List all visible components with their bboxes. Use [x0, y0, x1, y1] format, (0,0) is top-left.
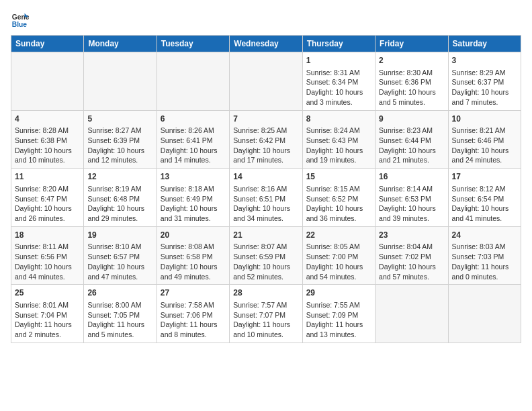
day-info: Sunrise: 7:55 AM Sunset: 7:09 PM Dayligh…	[306, 300, 371, 340]
calendar-cell: 19Sunrise: 8:10 AM Sunset: 6:57 PM Dayli…	[84, 226, 157, 285]
day-number: 15	[306, 171, 371, 183]
day-info: Sunrise: 8:30 AM Sunset: 6:36 PM Dayligh…	[379, 68, 444, 107]
day-number: 2	[379, 55, 444, 66]
day-info: Sunrise: 8:00 AM Sunset: 7:05 PM Dayligh…	[87, 300, 152, 340]
calendar-cell	[230, 52, 302, 111]
calendar-cell: 28Sunrise: 7:57 AM Sunset: 7:07 PM Dayli…	[230, 285, 302, 343]
day-of-week-header: Saturday	[448, 36, 521, 52]
day-number: 21	[233, 230, 298, 241]
calendar-cell: 13Sunrise: 8:18 AM Sunset: 6:49 PM Dayli…	[157, 169, 229, 227]
calendar-cell: 8Sunrise: 8:24 AM Sunset: 6:43 PM Daylig…	[302, 110, 375, 169]
day-number: 5	[87, 113, 152, 125]
day-info: Sunrise: 8:20 AM Sunset: 6:47 PM Dayligh…	[15, 184, 80, 224]
calendar-cell	[11, 52, 84, 111]
calendar-cell: 25Sunrise: 8:01 AM Sunset: 7:04 PM Dayli…	[11, 285, 84, 343]
day-number: 7	[233, 113, 298, 125]
day-info: Sunrise: 8:16 AM Sunset: 6:51 PM Dayligh…	[233, 184, 298, 224]
calendar-cell: 22Sunrise: 8:05 AM Sunset: 7:00 PM Dayli…	[302, 226, 375, 285]
calendar-cell	[157, 52, 229, 111]
calendar-cell: 29Sunrise: 7:55 AM Sunset: 7:09 PM Dayli…	[302, 285, 375, 343]
calendar-cell: 6Sunrise: 8:26 AM Sunset: 6:41 PM Daylig…	[157, 110, 229, 169]
calendar-cell	[448, 285, 521, 343]
day-info: Sunrise: 7:57 AM Sunset: 7:07 PM Dayligh…	[233, 300, 298, 340]
calendar-cell: 21Sunrise: 8:07 AM Sunset: 6:59 PM Dayli…	[230, 226, 302, 285]
day-info: Sunrise: 8:27 AM Sunset: 6:39 PM Dayligh…	[87, 126, 152, 165]
day-number: 9	[379, 113, 444, 125]
day-number: 24	[452, 230, 517, 241]
day-number: 29	[306, 287, 371, 299]
day-info: Sunrise: 8:04 AM Sunset: 7:02 PM Dayligh…	[379, 242, 444, 281]
calendar-cell: 23Sunrise: 8:04 AM Sunset: 7:02 PM Dayli…	[375, 226, 448, 285]
day-number: 19	[87, 230, 152, 241]
day-info: Sunrise: 8:19 AM Sunset: 6:48 PM Dayligh…	[87, 184, 152, 224]
day-info: Sunrise: 8:05 AM Sunset: 7:00 PM Dayligh…	[306, 242, 371, 281]
day-number: 23	[379, 230, 444, 241]
calendar-cell: 26Sunrise: 8:00 AM Sunset: 7:05 PM Dayli…	[84, 285, 157, 343]
calendar-cell: 27Sunrise: 7:58 AM Sunset: 7:06 PM Dayli…	[157, 285, 229, 343]
day-number: 16	[379, 171, 444, 183]
calendar-cell: 18Sunrise: 8:11 AM Sunset: 6:56 PM Dayli…	[11, 226, 84, 285]
day-of-week-header: Sunday	[11, 36, 84, 52]
calendar-cell: 1Sunrise: 8:31 AM Sunset: 6:34 PM Daylig…	[302, 52, 375, 111]
day-info: Sunrise: 8:03 AM Sunset: 7:03 PM Dayligh…	[452, 242, 517, 281]
day-number: 12	[87, 171, 152, 183]
calendar-cell: 3Sunrise: 8:29 AM Sunset: 6:37 PM Daylig…	[448, 52, 521, 111]
calendar-table: SundayMondayTuesdayWednesdayThursdayFrid…	[11, 35, 521, 343]
day-number: 20	[161, 230, 226, 241]
calendar-cell: 9Sunrise: 8:23 AM Sunset: 6:44 PM Daylig…	[375, 110, 448, 169]
day-of-week-header: Friday	[375, 36, 448, 52]
day-number: 8	[306, 113, 371, 125]
day-info: Sunrise: 8:23 AM Sunset: 6:44 PM Dayligh…	[379, 126, 444, 165]
day-of-week-header: Monday	[84, 36, 157, 52]
logo-icon: General Blue	[11, 11, 30, 30]
calendar-cell: 15Sunrise: 8:15 AM Sunset: 6:52 PM Dayli…	[302, 169, 375, 227]
day-of-week-header: Tuesday	[157, 36, 229, 52]
day-info: Sunrise: 8:24 AM Sunset: 6:43 PM Dayligh…	[306, 126, 371, 165]
calendar-cell: 11Sunrise: 8:20 AM Sunset: 6:47 PM Dayli…	[11, 169, 84, 227]
day-number: 17	[452, 171, 517, 183]
calendar-cell: 20Sunrise: 8:08 AM Sunset: 6:58 PM Dayli…	[157, 226, 229, 285]
day-info: Sunrise: 8:26 AM Sunset: 6:41 PM Dayligh…	[161, 126, 226, 165]
day-number: 28	[233, 287, 298, 299]
day-info: Sunrise: 8:29 AM Sunset: 6:37 PM Dayligh…	[452, 68, 517, 107]
calendar-cell	[84, 52, 157, 111]
calendar-cell: 2Sunrise: 8:30 AM Sunset: 6:36 PM Daylig…	[375, 52, 448, 111]
day-number: 26	[87, 287, 152, 299]
page-header: General Blue	[11, 11, 521, 30]
day-info: Sunrise: 8:07 AM Sunset: 6:59 PM Dayligh…	[233, 242, 298, 281]
day-number: 10	[452, 113, 517, 125]
calendar-cell: 16Sunrise: 8:14 AM Sunset: 6:53 PM Dayli…	[375, 169, 448, 227]
day-of-week-header: Wednesday	[230, 36, 302, 52]
day-info: Sunrise: 8:31 AM Sunset: 6:34 PM Dayligh…	[306, 68, 371, 107]
day-info: Sunrise: 8:01 AM Sunset: 7:04 PM Dayligh…	[15, 300, 80, 340]
day-info: Sunrise: 8:28 AM Sunset: 6:38 PM Dayligh…	[15, 126, 80, 165]
svg-text:Blue: Blue	[12, 21, 28, 28]
calendar-cell: 5Sunrise: 8:27 AM Sunset: 6:39 PM Daylig…	[84, 110, 157, 169]
calendar-cell: 17Sunrise: 8:12 AM Sunset: 6:54 PM Dayli…	[448, 169, 521, 227]
day-info: Sunrise: 8:11 AM Sunset: 6:56 PM Dayligh…	[15, 242, 80, 281]
day-number: 27	[161, 287, 226, 299]
logo: General Blue	[11, 11, 32, 30]
day-number: 25	[15, 287, 80, 299]
calendar-cell: 12Sunrise: 8:19 AM Sunset: 6:48 PM Dayli…	[84, 169, 157, 227]
day-number: 3	[452, 55, 517, 66]
day-number: 4	[15, 113, 80, 125]
calendar-cell: 7Sunrise: 8:25 AM Sunset: 6:42 PM Daylig…	[230, 110, 302, 169]
svg-text:General: General	[12, 13, 30, 21]
day-info: Sunrise: 8:21 AM Sunset: 6:46 PM Dayligh…	[452, 126, 517, 165]
day-info: Sunrise: 8:15 AM Sunset: 6:52 PM Dayligh…	[306, 184, 371, 224]
day-number: 18	[15, 230, 80, 241]
calendar-cell: 24Sunrise: 8:03 AM Sunset: 7:03 PM Dayli…	[448, 226, 521, 285]
day-info: Sunrise: 8:10 AM Sunset: 6:57 PM Dayligh…	[87, 242, 152, 281]
day-number: 13	[161, 171, 226, 183]
day-of-week-header: Thursday	[302, 36, 375, 52]
calendar-cell	[375, 285, 448, 343]
calendar-cell: 14Sunrise: 8:16 AM Sunset: 6:51 PM Dayli…	[230, 169, 302, 227]
day-number: 1	[306, 55, 371, 66]
day-info: Sunrise: 8:25 AM Sunset: 6:42 PM Dayligh…	[233, 126, 298, 165]
day-number: 11	[15, 171, 80, 183]
calendar-cell: 10Sunrise: 8:21 AM Sunset: 6:46 PM Dayli…	[448, 110, 521, 169]
day-info: Sunrise: 8:14 AM Sunset: 6:53 PM Dayligh…	[379, 184, 444, 224]
day-number: 22	[306, 230, 371, 241]
day-number: 6	[161, 113, 226, 125]
